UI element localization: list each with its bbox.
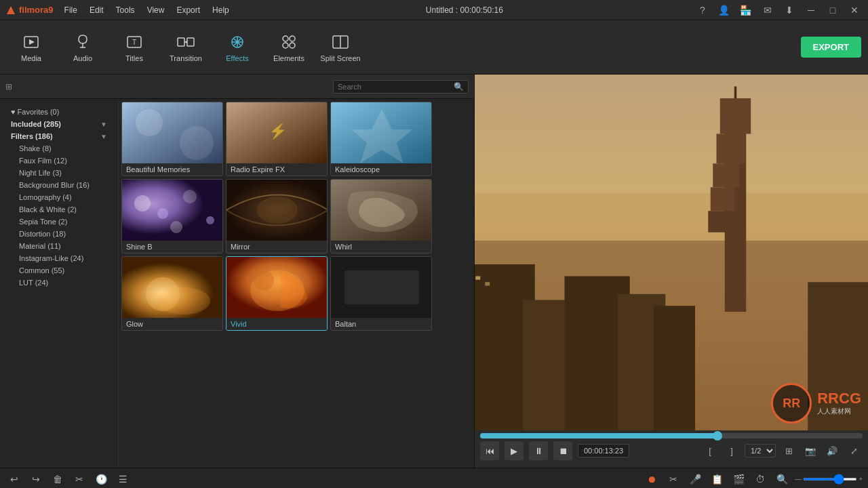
media-tool[interactable]: Media (7, 24, 56, 71)
grid-toggle-icon[interactable]: ⊞ (5, 82, 12, 92)
undo-button[interactable]: ↩ (5, 470, 23, 488)
sidebar-night-life[interactable]: Night Life (3) (5, 167, 113, 179)
settings-button[interactable]: ☰ (114, 470, 132, 488)
sidebar-bg-blur[interactable]: Background Blur (16) (5, 179, 113, 191)
overlay-button[interactable]: 📋 (708, 470, 726, 488)
effect-beautiful-memories[interactable]: Beautiful Memories (121, 102, 223, 176)
menu-edit[interactable]: Edit (84, 4, 109, 16)
snapshot-icon[interactable]: 📷 (802, 442, 819, 460)
delete-button[interactable]: 🗑 (49, 470, 66, 488)
sidebar-distortion[interactable]: Distortion (18) (5, 228, 113, 240)
watermark-circle: RR (771, 383, 812, 424)
export-button[interactable]: EXPORT (801, 37, 861, 58)
watermark-icon: RR (783, 396, 800, 411)
menu-help[interactable]: Help (207, 4, 235, 16)
search-icon[interactable]: 🔍 (454, 82, 464, 92)
main-toolbar: Media Audio T Titles Transition Effects … (0, 20, 868, 75)
menu-export[interactable]: Export (171, 4, 205, 16)
svg-point-10 (283, 36, 288, 41)
cut-button[interactable]: ✂ (71, 470, 88, 488)
effects-row-1: Shine B Mirror Whirl (121, 179, 471, 253)
sidebar-black-white[interactable]: Black & White (2) (5, 203, 113, 216)
svg-marker-0 (7, 6, 15, 14)
filters-label: Filters (186) (11, 132, 53, 140)
media-label: Media (21, 54, 41, 62)
elements-tool[interactable]: Elements (264, 24, 313, 71)
account-icon[interactable]: 👤 (716, 2, 732, 18)
search-input[interactable] (338, 83, 454, 91)
zoom-minus-icon[interactable]: — (795, 475, 802, 483)
sidebar-sepia-tone[interactable]: Sepia Tone (2) (5, 216, 113, 228)
mic-button[interactable]: 🎤 (686, 470, 704, 488)
zoom-select[interactable]: 1/21/11/4 (745, 444, 776, 458)
app-name: filmora9 (19, 5, 54, 15)
rewind-button[interactable]: ⏮ (480, 441, 499, 460)
zoom-slider[interactable] (803, 478, 857, 481)
effect-thumb-radio: ⚡ (226, 102, 328, 163)
titles-tool[interactable]: T Titles (110, 24, 159, 71)
brackets-left-icon[interactable]: [ (701, 442, 719, 460)
effect-radio-expire[interactable]: ⚡ Radio Expire FX (226, 102, 328, 176)
effect-kaleidoscope[interactable]: Kaleidoscope (330, 102, 432, 176)
zoom-in-button[interactable]: 🔍 (773, 470, 791, 488)
redo-button[interactable]: ↪ (27, 470, 45, 488)
effect-thumb-baltan (331, 257, 432, 318)
sidebar-material[interactable]: Material (11) (5, 240, 113, 252)
pip-button[interactable]: 🎬 (730, 470, 747, 488)
preview-thumb (713, 431, 722, 441)
audio-tool[interactable]: Audio (58, 24, 107, 71)
menu-file[interactable]: File (59, 4, 83, 16)
effect-shineb[interactable]: Shine B (121, 179, 223, 253)
record-button[interactable]: ⏺ (643, 470, 660, 488)
zoom-plus-icon[interactable]: + (859, 475, 863, 483)
close-button[interactable]: ✕ (846, 2, 863, 18)
sidebar-lomography[interactable]: Lomography (4) (5, 191, 113, 203)
effect-label-mirror: Mirror (226, 241, 327, 253)
brackets-right-icon[interactable]: ] (723, 442, 741, 460)
watermark-sublabel: 人人素材网 (817, 407, 861, 416)
splitscreen-tool[interactable]: Split Screen (316, 24, 365, 71)
pause-button[interactable]: ⏸ (529, 441, 548, 460)
menu-view[interactable]: View (142, 4, 170, 16)
history-button[interactable]: 🕐 (92, 470, 110, 488)
effect-thumb-vivid (226, 257, 328, 318)
effects-tool[interactable]: Effects (213, 24, 262, 71)
effects-sidebar: ♥ Favorites (0) Included (285) ▼ Filters… (0, 99, 119, 468)
help-icon[interactable]: ? (694, 2, 711, 18)
svg-point-12 (283, 43, 288, 48)
speed-button[interactable]: ⏱ (751, 470, 769, 488)
sidebar-instagram[interactable]: Instagram-Like (24) (5, 252, 113, 264)
fullscreen-icon[interactable]: ⤢ (845, 442, 863, 460)
sidebar-included[interactable]: Included (285) ▼ (5, 118, 113, 130)
preview-timeline[interactable] (480, 433, 863, 439)
download-icon[interactable]: ⬇ (781, 2, 797, 18)
mail-icon[interactable]: ✉ (760, 2, 776, 18)
included-label: Included (285) (11, 120, 61, 128)
svg-point-28 (170, 221, 182, 233)
minimize-button[interactable]: ─ (803, 2, 819, 18)
timeline-area: ↩ ↪ 🗑 ✂ 🕐 ☰ ⏺ ✂ 🎤 📋 🎬 ⏱ 🔍 — + ⊞ 2 (0, 468, 868, 488)
sidebar-filters[interactable]: Filters (186) ▼ (5, 130, 113, 142)
effect-label-radio: Radio Expire FX (226, 163, 327, 176)
effect-thumb-mirror (226, 180, 328, 241)
effect-vivid[interactable]: Vivid (226, 256, 328, 331)
effect-label-vivid: Vivid (226, 318, 327, 330)
clip-button[interactable]: ✂ (665, 470, 682, 488)
sidebar-common[interactable]: Common (55) (5, 264, 113, 277)
menu-tools[interactable]: Tools (111, 4, 140, 16)
effect-whirl[interactable]: Whirl (330, 179, 432, 253)
stop-button[interactable]: ⏹ (553, 441, 572, 460)
sidebar-shake[interactable]: Shake (8) (5, 142, 113, 155)
store-icon[interactable]: 🏪 (738, 2, 754, 18)
effect-baltan[interactable]: Baltan (330, 256, 432, 331)
maximize-button[interactable]: □ (825, 2, 841, 18)
play-button[interactable]: ▶ (505, 441, 524, 460)
effect-glow[interactable]: Glow (121, 256, 223, 331)
sidebar-faux-film[interactable]: Faux Film (12) (5, 155, 113, 167)
sidebar-favorites[interactable]: ♥ Favorites (0) (5, 106, 113, 118)
sidebar-lut[interactable]: LUT (24) (5, 277, 113, 289)
audio-toggle-icon[interactable]: 🔊 (823, 442, 841, 460)
transition-tool[interactable]: Transition (161, 24, 210, 71)
effect-mirror[interactable]: Mirror (226, 179, 328, 253)
fit-icon[interactable]: ⊞ (780, 442, 797, 460)
